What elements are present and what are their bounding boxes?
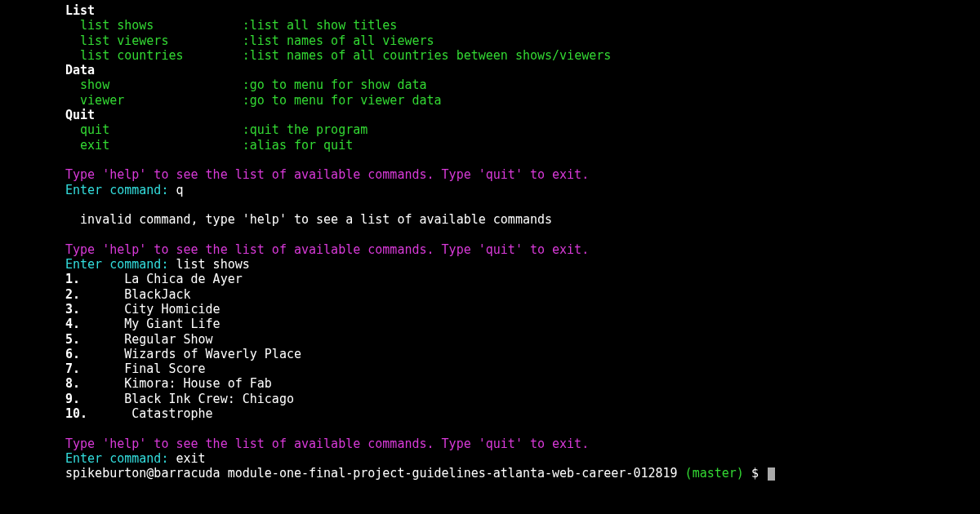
cursor-icon (768, 467, 775, 481)
show-number: 2. (65, 287, 80, 302)
menu-section-list: List (65, 3, 980, 18)
show-title: Catastrophe (131, 406, 212, 421)
show-row: 6. Wizards of Waverly Place (65, 347, 980, 361)
show-title: Kimora: House of Fab (124, 376, 272, 391)
show-row: 1. La Chica de Ayer (65, 272, 980, 286)
show-list: 1. La Chica de Ayer2. BlackJack3. City H… (65, 272, 980, 421)
menu-section-data: Data (65, 63, 980, 78)
hint-text: Type 'help' to see the list of available… (65, 167, 980, 182)
show-title: Final Score (124, 361, 205, 376)
cmd-list-shows: list shows :list all show titles (65, 18, 980, 33)
show-number: 6. (65, 347, 80, 361)
show-row: 5. Regular Show (65, 332, 980, 347)
cmd-list-viewers: list viewers :list names of all viewers (65, 33, 980, 48)
blank-line (65, 227, 980, 241)
cmd-viewer: viewer :go to menu for viewer data (65, 93, 980, 108)
show-number: 10. (65, 406, 87, 421)
show-number: 8. (65, 376, 80, 391)
show-row: 4. My Giant Life (65, 317, 980, 331)
prompt-2: Enter command: list shows (65, 257, 980, 272)
hint-text: Type 'help' to see the list of available… (65, 436, 980, 451)
blank-line (65, 197, 980, 212)
show-row: 7. Final Score (65, 361, 980, 376)
prompt-1: Enter command: q (65, 183, 980, 197)
cmd-list-countries: list countries :list names of all countr… (65, 48, 980, 63)
cmd-quit: quit :quit the program (65, 122, 980, 137)
show-row: 10. Catastrophe (65, 406, 980, 421)
menu-section-quit: Quit (65, 108, 980, 122)
show-title: Black Ink Crew: Chicago (124, 392, 294, 406)
show-number: 1. (65, 272, 80, 286)
shell-prompt[interactable]: spikeburton@barracuda module-one-final-p… (65, 466, 980, 481)
show-number: 4. (65, 317, 80, 331)
show-title: My Giant Life (124, 317, 220, 331)
show-row: 9. Black Ink Crew: Chicago (65, 392, 980, 406)
show-title: Wizards of Waverly Place (124, 347, 301, 361)
terminal-output: List list shows :list all show titles li… (65, 3, 980, 481)
show-number: 9. (65, 392, 80, 406)
show-number: 7. (65, 361, 80, 376)
blank-line (65, 153, 980, 167)
cmd-exit: exit :alias for quit (65, 138, 980, 153)
show-title: City Homicide (124, 302, 220, 317)
show-row: 8. Kimora: House of Fab (65, 376, 980, 391)
show-row: 3. City Homicide (65, 302, 980, 317)
show-number: 5. (65, 332, 80, 347)
cmd-show: show :go to menu for show data (65, 78, 980, 92)
show-title: BlackJack (124, 287, 190, 302)
hint-text: Type 'help' to see the list of available… (65, 242, 980, 257)
show-title: Regular Show (124, 332, 212, 347)
invalid-command-msg: invalid command, type 'help' to see a li… (65, 212, 980, 227)
blank-line (65, 421, 980, 436)
prompt-3: Enter command: exit (65, 451, 980, 466)
show-title: La Chica de Ayer (124, 272, 243, 286)
show-row: 2. BlackJack (65, 287, 980, 302)
show-number: 3. (65, 302, 80, 317)
